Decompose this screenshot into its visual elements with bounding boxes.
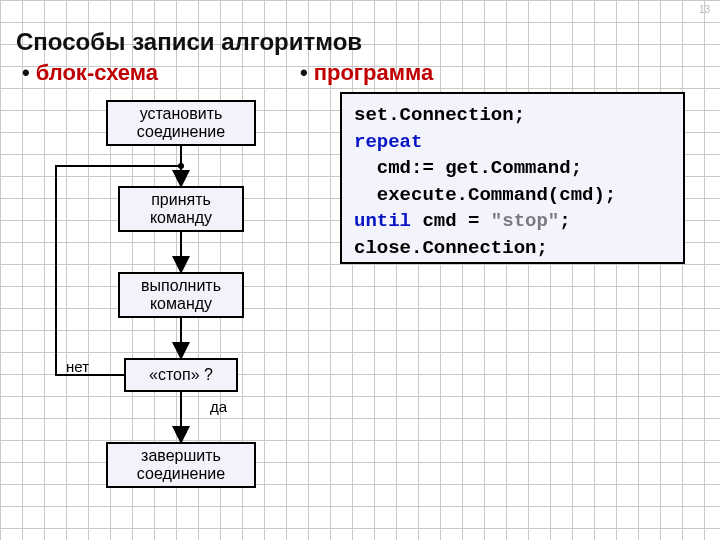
flow-box-execute: выполнить команду [118, 272, 244, 318]
flow-box-label: принять команду [150, 191, 212, 228]
subtitle-flowchart: •блок-схема [22, 60, 158, 86]
code-block: set.Connection; repeat cmd:= get.Command… [340, 92, 685, 264]
subtitle-program: •программа [300, 60, 433, 86]
bullet-icon: • [300, 60, 308, 85]
page-title: Способы записи алгоритмов [16, 28, 362, 56]
flow-box-close: завершить соединение [106, 442, 256, 488]
bullet-icon: • [22, 60, 30, 85]
page-number: 13 [699, 4, 710, 15]
flow-box-receive: принять команду [118, 186, 244, 232]
code-text: cmd = [411, 210, 491, 232]
svg-point-4 [178, 163, 184, 169]
flow-box-label: выполнить команду [141, 277, 221, 314]
flow-box-decision: «стоп» ? [124, 358, 238, 392]
flow-box-connect: установить соединение [106, 100, 256, 146]
code-line: cmd:= get.Command; [354, 157, 582, 179]
code-text: ; [559, 210, 570, 232]
code-keyword: repeat [354, 131, 422, 153]
decision-yes-label: да [210, 398, 227, 415]
subtitle-program-text: программа [314, 60, 434, 85]
flow-box-label: «стоп» ? [149, 366, 213, 384]
code-string: "stop" [491, 210, 559, 232]
code-keyword: until [354, 210, 411, 232]
decision-no-label: нет [66, 358, 89, 375]
code-line: close.Connection; [354, 237, 548, 259]
subtitle-flowchart-text: блок-схема [36, 60, 158, 85]
code-line: execute.Command(cmd); [354, 184, 616, 206]
code-line: set.Connection; [354, 104, 525, 126]
flow-box-label: завершить соединение [137, 447, 225, 484]
flow-box-label: установить соединение [137, 105, 225, 142]
